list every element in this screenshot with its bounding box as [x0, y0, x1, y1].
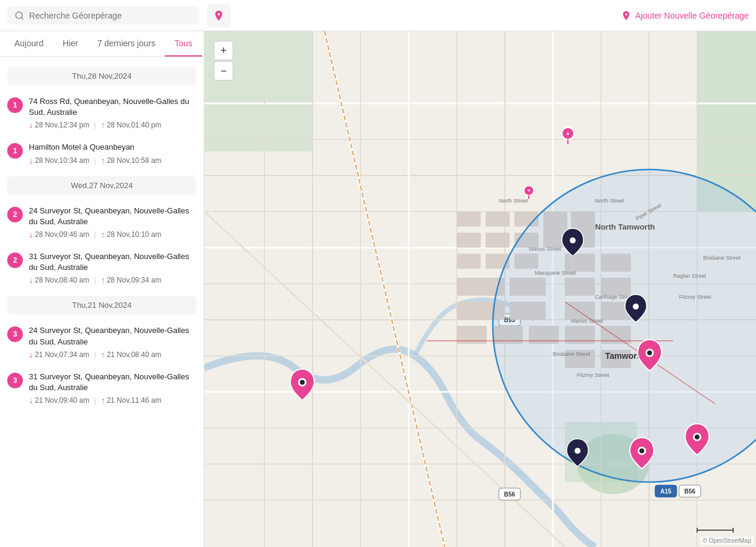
item-times: ↓ 28 Nov,10:34 am | ↑ 28 Nov,10:58 am	[29, 156, 197, 165]
svg-text:Fitzroy Street: Fitzroy Street	[577, 372, 609, 378]
leave-time: 28 Nov,01:40 pm	[107, 121, 162, 129]
svg-point-98	[695, 435, 700, 439]
item-address: 31 Surveyor St, Queanbeyan, Nouvelle-Gal…	[29, 371, 197, 393]
arrive-icon: ↓	[29, 230, 33, 239]
search-container	[7, 7, 200, 25]
zoom-in-button[interactable]: +	[214, 41, 233, 60]
arrive-time: 21 Nov,09:40 am	[35, 396, 90, 405]
leave-icon: ↑	[101, 230, 105, 239]
search-input[interactable]	[29, 11, 192, 20]
sidebar-scroll[interactable]: Thu,28 Nov,2024 1 74 Ross Rd, Queanbeyan…	[0, 57, 204, 547]
tab-aujourd[interactable]: Aujourd	[5, 31, 53, 57]
leave-icon: ↑	[101, 350, 105, 359]
svg-text:+: +	[527, 188, 530, 194]
tab-hier[interactable]: Hier	[53, 31, 88, 57]
arrive-time: 28 Nov,08:40 am	[35, 276, 90, 284]
svg-rect-43	[457, 254, 481, 269]
tab-tous[interactable]: Tous	[165, 31, 202, 57]
list-item[interactable]: 3 24 Surveyor St, Queanbeyan, Nouvelle-G…	[0, 319, 204, 365]
tab-7-jours[interactable]: 7 derniers jours	[88, 31, 165, 57]
svg-point-89	[300, 380, 305, 385]
svg-point-93	[647, 350, 652, 355]
tab-bar: Aujourd Hier 7 derniers jours Tous	[0, 31, 204, 57]
date-separator-1: Thu,28 Nov,2024	[7, 67, 197, 85]
list-item[interactable]: 1 Hamilton Motel à Queanbeyan ↓ 28 Nov,1…	[0, 136, 204, 171]
leave-time: 28 Nov,10:58 am	[107, 156, 162, 165]
map-controls: + −	[214, 41, 233, 81]
item-times: ↓ 28 Nov,08:40 am | ↑ 28 Nov,09:34 am	[29, 275, 197, 285]
svg-text:Raglan Street: Raglan Street	[673, 273, 707, 279]
svg-text:Brisbane Street: Brisbane Street	[703, 255, 741, 261]
svg-text:Marius Street: Marius Street	[529, 246, 561, 252]
sidebar: Aujourd Hier 7 derniers jours Tous Thu,2…	[0, 31, 204, 547]
arrive-icon: ↓	[29, 396, 33, 405]
svg-text:Macquarie Street: Macquarie Street	[535, 270, 576, 276]
svg-text:North Street: North Street	[499, 198, 528, 204]
date-separator-2: Wed,27 Nov,2024	[7, 176, 197, 195]
svg-text:B56: B56	[684, 488, 696, 495]
item-times: ↓ 21 Nov,09:40 am | ↑ 21 Nov,11:46 am	[29, 396, 197, 405]
add-geofence-label: Ajouter Nouvelle Géorepérage	[635, 11, 749, 20]
leave-time: 21 Nov,08:40 am	[107, 350, 162, 359]
item-times: ↓ 28 Nov,09:46 am | ↑ 28 Nov,10:10 am	[29, 230, 197, 239]
item-address: 24 Surveyor St, Queanbeyan, Nouvelle-Gal…	[29, 325, 197, 347]
leave-icon: ↑	[101, 275, 105, 285]
svg-text:North Tamworth: North Tamworth	[595, 222, 654, 231]
list-item[interactable]: 2 31 Surveyor St, Queanbeyan, Nouvelle-G…	[0, 245, 204, 291]
arrive-icon: ↓	[29, 275, 33, 285]
location-pin-icon	[621, 10, 632, 21]
arrive-icon: ↓	[29, 156, 33, 165]
item-number: 1	[7, 143, 23, 159]
item-number: 3	[7, 326, 23, 342]
item-number: 1	[7, 97, 23, 113]
map-attribution: © OpenStreetMap	[700, 537, 754, 545]
add-geofence-button[interactable]: Ajouter Nouvelle Géorepérage	[621, 10, 749, 21]
arrive-time: 21 Nov,07:34 am	[35, 350, 90, 359]
leave-icon: ↑	[101, 396, 105, 405]
item-address: Hamilton Motel à Queanbeyan	[29, 142, 197, 153]
top-bar: Ajouter Nouvelle Géorepérage	[0, 0, 756, 31]
zoom-out-button[interactable]: −	[214, 61, 233, 81]
svg-point-0	[16, 11, 22, 18]
date-separator-3: Thu,21 Nov,2024	[7, 296, 197, 314]
leave-time: 21 Nov,11:46 am	[107, 396, 162, 405]
arrive-time: 28 Nov,09:46 am	[35, 230, 90, 239]
svg-text:Marius Street: Marius Street	[571, 318, 603, 324]
svg-text:Brisbane Street: Brisbane Street	[553, 351, 591, 357]
svg-text:+: +	[566, 130, 570, 137]
arrive-time: 28 Nov,12:34 pm	[35, 121, 90, 129]
arrive-time: 28 Nov,10:34 am	[35, 156, 90, 165]
leave-icon: ↑	[101, 120, 105, 130]
list-item[interactable]: 1 74 Ross Rd, Queanbeyan, Nouvelle-Galle…	[0, 90, 204, 136]
svg-point-96	[639, 448, 644, 453]
svg-line-1	[21, 17, 23, 19]
svg-text:A15: A15	[660, 488, 672, 495]
item-number: 2	[7, 252, 23, 268]
item-times: ↓ 21 Nov,07:34 am | ↑ 21 Nov,08:40 am	[29, 350, 197, 359]
map-area[interactable]: + −	[204, 31, 756, 547]
arrive-icon: ↓	[29, 120, 33, 130]
svg-point-94	[575, 448, 581, 454]
svg-text:Fitzroy Street: Fitzroy Street	[679, 294, 712, 300]
item-address: 31 Surveyor St, Queanbeyan, Nouvelle-Gal…	[29, 251, 197, 273]
item-address: 24 Surveyor St, Queanbeyan, Nouvelle-Gal…	[29, 206, 197, 227]
leave-icon: ↑	[101, 156, 105, 165]
map-pin-button[interactable]	[207, 4, 231, 28]
svg-rect-41	[486, 233, 510, 248]
list-item[interactable]: 2 24 Surveyor St, Queanbeyan, Nouvelle-G…	[0, 200, 204, 245]
svg-rect-37	[457, 212, 481, 227]
item-number: 3	[7, 373, 23, 388]
arrive-icon: ↓	[29, 350, 33, 359]
svg-rect-40	[457, 233, 481, 248]
leave-time: 28 Nov,10:10 am	[107, 230, 162, 239]
svg-point-90	[570, 237, 576, 243]
svg-text:North Street: North Street	[595, 198, 624, 204]
list-item[interactable]: 3 31 Surveyor St, Queanbeyan, Nouvelle-G…	[0, 365, 204, 411]
search-icon	[14, 10, 25, 21]
map-canvas: B95 B56 A15 B56	[204, 31, 756, 547]
map-pin-icon	[213, 10, 225, 22]
leave-time: 28 Nov,09:34 am	[107, 276, 162, 284]
svg-point-91	[633, 304, 639, 310]
svg-text:B56: B56	[504, 491, 516, 498]
item-address: 74 Ross Rd, Queanbeyan, Nouvelle-Galles …	[29, 96, 197, 118]
